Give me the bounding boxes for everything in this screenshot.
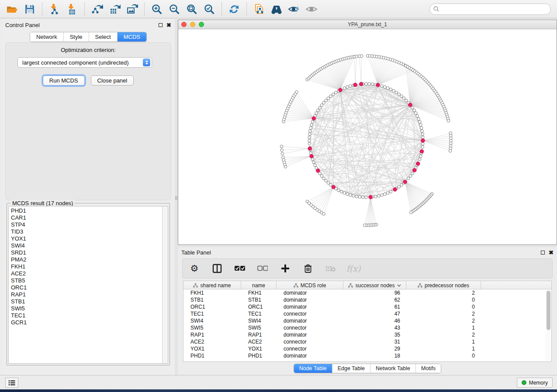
cell-shared-name[interactable]: ACE2: [183, 339, 241, 345]
cell-successor-nodes[interactable]: 47: [343, 311, 406, 317]
cell-name[interactable]: ORC1: [241, 304, 277, 310]
column-header-shared-name[interactable]: shared name: [183, 281, 241, 289]
cell-shared-name[interactable]: FKH1: [183, 290, 241, 296]
close-panel-icon[interactable]: ✖: [166, 23, 171, 27]
cell-predecessor-nodes[interactable]: 0: [406, 304, 481, 310]
cell-MCDS-role[interactable]: dominator: [277, 297, 343, 303]
cell-predecessor-nodes[interactable]: 1: [406, 346, 481, 352]
mcds-result-item[interactable]: CAR1: [11, 214, 168, 221]
mcds-list-scrollbar[interactable]: [162, 206, 168, 363]
add-icon[interactable]: [280, 263, 291, 274]
mcds-result-item[interactable]: TEC1: [11, 312, 168, 319]
cell-name[interactable]: STB1: [241, 297, 277, 303]
cell-shared-name[interactable]: ORC1: [183, 304, 241, 310]
mcds-result-item[interactable]: PHD1: [11, 207, 168, 214]
column-header-MCDS-role[interactable]: MCDS role: [277, 281, 343, 289]
cell-name[interactable]: YOX1: [241, 346, 277, 352]
cell-predecessor-nodes[interactable]: 1: [406, 339, 481, 345]
settings-icon[interactable]: ⚙: [189, 263, 200, 274]
cell-predecessor-nodes[interactable]: 0: [406, 297, 481, 303]
cell-MCDS-role[interactable]: dominator: [277, 353, 343, 359]
mcds-result-item[interactable]: PMA2: [11, 256, 168, 263]
cell-predecessor-nodes[interactable]: 2: [406, 332, 481, 338]
cell-shared-name[interactable]: RAP1: [183, 332, 241, 338]
refresh-icon[interactable]: [225, 1, 243, 17]
cell-successor-nodes[interactable]: 46: [343, 318, 406, 324]
deselect-all-icon[interactable]: [257, 263, 268, 274]
mcds-result-item[interactable]: SWI4: [11, 242, 168, 249]
cell-predecessor-nodes[interactable]: 2: [406, 311, 481, 317]
cell-shared-name[interactable]: SWI4: [183, 318, 241, 324]
table-scrollbar[interactable]: [546, 290, 551, 361]
export-image-icon[interactable]: [123, 1, 141, 17]
export-table-icon[interactable]: [106, 1, 123, 17]
zoom-fit-icon[interactable]: [183, 1, 201, 17]
table-row[interactable]: FKH1FKH1dominator962: [183, 289, 551, 296]
tab-mcds[interactable]: MCDS: [117, 32, 146, 41]
cell-predecessor-nodes[interactable]: 2: [406, 290, 481, 296]
tab-network-table[interactable]: Network Table: [370, 364, 415, 373]
table-row[interactable]: ORC1ORC1dominator610: [183, 303, 551, 310]
table-row[interactable]: PHD1PHD1dominator180: [183, 352, 551, 359]
table-scrollbar-thumb[interactable]: [547, 291, 550, 330]
cell-MCDS-role[interactable]: connector: [277, 311, 343, 317]
cell-shared-name[interactable]: STB1: [183, 297, 241, 303]
cell-name[interactable]: FKH1: [241, 290, 277, 296]
tab-select[interactable]: Select: [89, 32, 117, 41]
memory-button[interactable]: Memory: [517, 378, 553, 388]
mcds-result-item[interactable]: RAP1: [11, 291, 168, 298]
cell-name[interactable]: PHD1: [241, 353, 277, 359]
first-neighbors-icon[interactable]: [268, 1, 285, 17]
show-all-icon[interactable]: [303, 1, 320, 17]
optimization-criterion-select[interactable]: largest connected component (undirected): [17, 57, 152, 68]
float-panel-icon[interactable]: [159, 23, 163, 27]
table-row[interactable]: TEC1TEC1connector472: [183, 310, 551, 317]
cell-shared-name[interactable]: SWI5: [183, 325, 241, 331]
cell-successor-nodes[interactable]: 31: [343, 339, 406, 345]
clone-network-icon[interactable]: [250, 1, 268, 17]
cell-successor-nodes[interactable]: 61: [343, 304, 406, 310]
mcds-result-item[interactable]: SWI5: [11, 305, 168, 312]
table-row[interactable]: SWI5SWI5connector431: [183, 324, 551, 331]
import-network-icon[interactable]: [46, 1, 63, 17]
cell-name[interactable]: SWI5: [241, 325, 277, 331]
delete-icon[interactable]: [302, 263, 314, 274]
mcds-result-item[interactable]: STB1: [11, 298, 168, 305]
window-list-button[interactable]: [5, 378, 18, 388]
column-header-successor-nodes[interactable]: successor nodes: [343, 281, 406, 289]
mcds-result-item[interactable]: ACE2: [11, 270, 168, 277]
cell-MCDS-role[interactable]: dominator: [277, 332, 343, 338]
network-canvas[interactable]: [178, 29, 557, 244]
cell-successor-nodes[interactable]: 96: [343, 290, 406, 296]
mcds-result-item[interactable]: TID3: [11, 228, 168, 235]
mcds-result-item[interactable]: FKH1: [11, 263, 168, 270]
tab-edge-table[interactable]: Edge Table: [332, 364, 370, 373]
vertical-splitter[interactable]: [175, 20, 178, 375]
table-row[interactable]: SWI4SWI4dominator462: [183, 317, 551, 324]
cell-successor-nodes[interactable]: 35: [343, 332, 406, 338]
cell-name[interactable]: RAP1: [241, 332, 277, 338]
mcds-result-item[interactable]: STP4: [11, 221, 168, 228]
tab-network[interactable]: Network: [30, 32, 63, 41]
cell-MCDS-role[interactable]: connector: [277, 346, 343, 352]
table-row[interactable]: STB1STB1dominator620: [183, 296, 551, 303]
cell-successor-nodes[interactable]: 29: [343, 346, 406, 352]
cell-shared-name[interactable]: YOX1: [183, 346, 241, 352]
mcds-result-item[interactable]: STB5: [11, 277, 168, 284]
cell-successor-nodes[interactable]: 62: [343, 297, 406, 303]
import-table-icon[interactable]: [63, 1, 81, 17]
select-all-icon[interactable]: [234, 263, 246, 274]
search-box[interactable]: [429, 3, 551, 15]
column-header-predecessor-nodes[interactable]: predecessor nodes: [406, 281, 481, 289]
table-row[interactable]: RAP1RAP1dominator352: [183, 331, 551, 338]
zoom-in-icon[interactable]: [148, 1, 166, 17]
cell-successor-nodes[interactable]: 18: [343, 353, 406, 359]
open-icon[interactable]: [3, 1, 21, 17]
mcds-result-item[interactable]: SRD1: [11, 249, 168, 256]
column-header-name[interactable]: name: [241, 281, 277, 289]
mcds-result-list[interactable]: PHD1CAR1STP4TID3YOX1SWI4SRD1PMA2FKH1ACE2…: [8, 206, 168, 364]
cell-predecessor-nodes[interactable]: 1: [406, 325, 481, 331]
close-table-panel-icon[interactable]: ✖: [549, 251, 554, 254]
export-network-icon[interactable]: [88, 1, 106, 17]
cell-MCDS-role[interactable]: dominator: [277, 304, 343, 310]
